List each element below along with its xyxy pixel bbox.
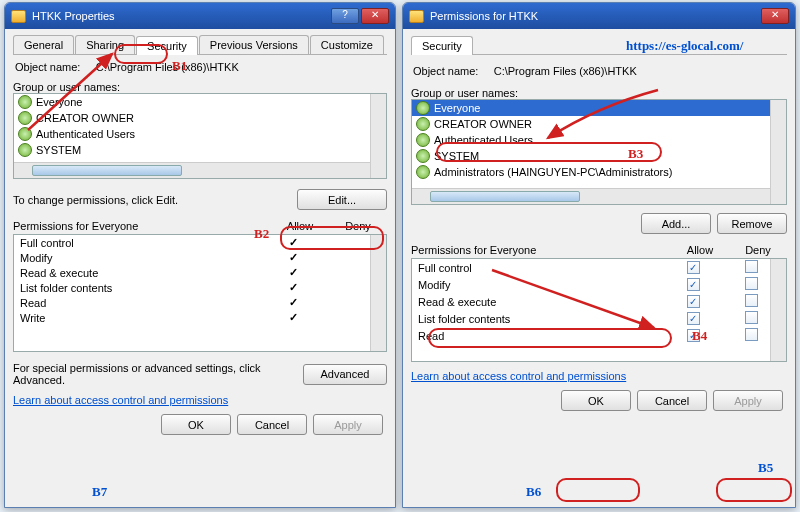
learn-link[interactable]: Learn about access control and permissio… (13, 394, 228, 406)
ok-button[interactable]: OK (161, 414, 231, 435)
allow-checkbox[interactable]: ✓ (687, 278, 700, 291)
perm-name: Full control (20, 237, 264, 249)
user-icon (18, 95, 32, 109)
tab-security[interactable]: Security (136, 36, 198, 55)
table-row: Full control✓ (14, 235, 386, 250)
scrollbar-vertical[interactable] (370, 94, 386, 178)
col-allow: Allow (671, 244, 729, 256)
tabstrip: Security (411, 35, 787, 55)
list-item: Authenticated Users (412, 132, 786, 148)
list-item: CREATOR OWNER (14, 110, 386, 126)
tab-previous-versions[interactable]: Previous Versions (199, 35, 309, 54)
perm-name: List folder contents (418, 313, 664, 325)
help-button[interactable]: ? (331, 8, 359, 24)
perm-name: Read & execute (20, 267, 264, 279)
perm-name: Modify (418, 279, 664, 291)
perm-name: Read & execute (418, 296, 664, 308)
perm-name: Full control (418, 262, 664, 274)
list-item: Administrators (HAINGUYEN-PC\Administrat… (412, 164, 786, 180)
allow-mark: ✓ (264, 251, 322, 264)
table-row: Modify✓ (14, 250, 386, 265)
group-users-label: Group or user names: (411, 87, 787, 99)
window-title: Permissions for HTKK (430, 10, 759, 22)
allow-checkbox[interactable]: ✓ (687, 295, 700, 308)
ok-button[interactable]: OK (561, 390, 631, 411)
cancel-button[interactable]: Cancel (637, 390, 707, 411)
list-item: SYSTEM (14, 142, 386, 158)
deny-checkbox[interactable] (745, 294, 758, 307)
folder-icon (409, 10, 424, 23)
change-permissions-text: To change permissions, click Edit. (13, 194, 297, 206)
allow-checkbox[interactable]: ✓ (687, 261, 700, 274)
deny-checkbox[interactable] (745, 277, 758, 290)
close-button[interactable]: ✕ (361, 8, 389, 24)
col-deny: Deny (729, 244, 787, 256)
group-users-label: Group or user names: (13, 81, 387, 93)
advanced-button[interactable]: Advanced (303, 364, 387, 385)
titlebar[interactable]: Permissions for HTKK ✕ (403, 3, 795, 29)
object-name-value: C:\Program Files (x86)\HTKK (494, 65, 637, 77)
add-button[interactable]: Add... (641, 213, 711, 234)
col-allow: Allow (271, 220, 329, 232)
permissions-window: Permissions for HTKK ✕ Security Object n… (402, 2, 796, 508)
table-row: List folder contents✓ (14, 280, 386, 295)
user-icon (18, 111, 32, 125)
user-icon (416, 101, 430, 115)
allow-checkbox[interactable]: ✓ (687, 312, 700, 325)
allow-mark: ✓ (264, 311, 322, 324)
cancel-button[interactable]: Cancel (237, 414, 307, 435)
apply-button[interactable]: Apply (313, 414, 383, 435)
table-row: Read✓ (412, 327, 786, 344)
list-item: SYSTEM (412, 148, 786, 164)
deny-checkbox[interactable] (745, 311, 758, 324)
list-item: CREATOR OWNER (412, 116, 786, 132)
user-icon (18, 143, 32, 157)
scrollbar-vertical[interactable] (770, 259, 786, 361)
table-row: Write✓ (14, 310, 386, 325)
folder-icon (11, 10, 26, 23)
apply-button[interactable]: Apply (713, 390, 783, 411)
list-item: Everyone (14, 94, 386, 110)
tab-sharing[interactable]: Sharing (75, 35, 135, 54)
perm-name: Read (418, 330, 664, 342)
table-row: List folder contents✓ (412, 310, 786, 327)
close-button[interactable]: ✕ (761, 8, 789, 24)
scrollbar-vertical[interactable] (370, 235, 386, 351)
user-icon (416, 165, 430, 179)
window-title: HTKK Properties (32, 10, 329, 22)
object-name-label: Object name: (413, 65, 478, 77)
user-icon (18, 127, 32, 141)
user-icon (416, 149, 430, 163)
perm-name: Write (20, 312, 264, 324)
learn-link[interactable]: Learn about access control and permissio… (411, 370, 626, 382)
col-deny: Deny (329, 220, 387, 232)
scrollbar-vertical[interactable] (770, 100, 786, 204)
tabstrip: General Sharing Security Previous Versio… (13, 35, 387, 55)
properties-window: HTKK Properties ? ✕ General Sharing Secu… (4, 2, 396, 508)
allow-mark: ✓ (264, 236, 322, 249)
titlebar[interactable]: HTKK Properties ? ✕ (5, 3, 395, 29)
tab-security[interactable]: Security (411, 36, 473, 55)
table-row: Read✓ (14, 295, 386, 310)
allow-checkbox[interactable]: ✓ (687, 329, 700, 342)
deny-checkbox[interactable] (745, 260, 758, 273)
tab-customize[interactable]: Customize (310, 35, 384, 54)
table-row: Full control✓ (412, 259, 786, 276)
object-name-label: Object name: (15, 61, 80, 73)
object-name-value: C:\Program Files (x86)\HTKK (96, 61, 239, 73)
tab-general[interactable]: General (13, 35, 74, 54)
edit-button[interactable]: Edit... (297, 189, 387, 210)
list-item: Authenticated Users (14, 126, 386, 142)
users-listbox[interactable]: Everyone CREATOR OWNER Authenticated Use… (13, 93, 387, 179)
table-row: Modify✓ (412, 276, 786, 293)
scrollbar-horizontal[interactable] (412, 188, 770, 204)
users-listbox[interactable]: Everyone CREATOR OWNER Authenticated Use… (411, 99, 787, 205)
allow-mark: ✓ (264, 266, 322, 279)
remove-button[interactable]: Remove (717, 213, 787, 234)
perm-name: Modify (20, 252, 264, 264)
list-item: Everyone (412, 100, 786, 116)
deny-checkbox[interactable] (745, 328, 758, 341)
table-row: Read & execute✓ (14, 265, 386, 280)
scrollbar-horizontal[interactable] (14, 162, 370, 178)
permissions-header: Permissions for Everyone (13, 220, 271, 232)
